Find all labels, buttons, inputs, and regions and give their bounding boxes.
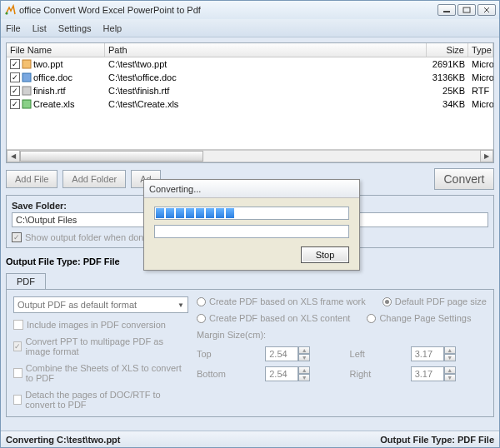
row-checkbox[interactable]: ✓ (10, 72, 20, 82)
title-bar: office Convert Word Excel PowerPoint to … (1, 1, 499, 19)
margin-right-label: Right (350, 369, 402, 379)
col-type[interactable]: Type (468, 43, 493, 57)
progress-chunk (166, 208, 174, 218)
xls-frame-radio[interactable] (197, 297, 206, 306)
margin-left-label: Left (350, 349, 402, 359)
pdf-right-column: Create PDF based on XLS frame work Defau… (197, 296, 487, 410)
scroll-thumb[interactable] (20, 151, 203, 162)
app-icon (4, 4, 16, 16)
margin-size-label: Margin Size(cm): (197, 330, 487, 340)
default-size-radio[interactable] (382, 297, 392, 306)
convert-ppt-label: Convert PPT to multipage PDF as image fo… (25, 336, 188, 356)
row-checkbox[interactable]: ✓ (10, 59, 20, 69)
dialog-body (144, 198, 359, 246)
file-icon (22, 72, 32, 82)
list-row[interactable]: ✓office.doc C:\test\office.doc 3136KB Mi… (7, 71, 493, 84)
margin-bottom-spinner[interactable]: 2.54▲▼ (265, 366, 341, 381)
pdf-tab-panel: Output PDF as default format ▼ Include i… (6, 289, 494, 417)
xls-content-label: Create PDF based on XLS content (209, 313, 350, 323)
status-right: Output File Type: PDF File (380, 435, 494, 445)
menu-settings[interactable]: Settings (58, 23, 92, 33)
row-filename: Create.xls (33, 99, 75, 109)
close-button[interactable] (478, 4, 496, 16)
scroll-left-arrow[interactable]: ◀ (7, 150, 20, 162)
margin-bottom-label: Bottom (197, 369, 257, 379)
col-path[interactable]: Path (105, 43, 427, 57)
svg-rect-7 (22, 87, 31, 95)
file-icon (22, 59, 32, 69)
combine-xls-checkbox[interactable] (13, 368, 22, 378)
svg-point-0 (6, 12, 8, 15)
margins-grid: Top 2.54▲▼ Left 3.17▲▼ Bottom 2.54▲▼ Rig… (197, 346, 487, 381)
select-value: Output PDF as default format (18, 300, 137, 310)
list-body: ✓two.ppt C:\test\two.ppt 2691KB Micro ✓o… (7, 57, 493, 149)
row-path: C:\test\finish.rtf (105, 86, 427, 96)
stop-button[interactable]: Stop (301, 246, 349, 263)
svg-rect-6 (22, 73, 31, 82)
row-size: 25KB (427, 86, 468, 96)
scroll-track[interactable] (20, 150, 480, 162)
list-row[interactable]: ✓two.ppt C:\test\two.ppt 2691KB Micro (7, 57, 493, 71)
tab-pdf[interactable]: PDF (6, 273, 46, 289)
row-filename: office.doc (33, 72, 72, 82)
tab-row: PDF (6, 273, 494, 289)
status-bar: Converting C:\test\two.ppt Output File T… (1, 431, 499, 447)
change-settings-label: Change Page Settings (379, 313, 471, 323)
progress-chunk (196, 208, 204, 218)
convert-button[interactable]: Convert (434, 168, 494, 190)
detach-doc-checkbox[interactable] (13, 395, 22, 405)
col-size[interactable]: Size (427, 43, 468, 57)
row-type: Micro (468, 72, 493, 82)
row-path: C:\test\office.doc (105, 72, 427, 82)
list-row[interactable]: ✓Create.xls C:\test\Create.xls 34KB Micr… (7, 97, 493, 111)
add-folder-button[interactable]: Add Folder (62, 170, 126, 188)
row-checkbox[interactable]: ✓ (10, 99, 20, 109)
xls-content-radio[interactable] (197, 314, 206, 323)
menu-help[interactable]: Help (103, 23, 122, 33)
row-checkbox[interactable]: ✓ (10, 86, 20, 96)
menu-file[interactable]: File (6, 23, 21, 33)
row-filename: finish.rtf (33, 86, 66, 96)
progress-chunk (226, 208, 234, 218)
status-left: Converting C:\test\two.ppt (6, 435, 380, 445)
progress-bar-1 (154, 207, 349, 220)
progress-chunk (216, 208, 224, 218)
change-settings-radio[interactable] (367, 314, 376, 323)
horizontal-scrollbar[interactable]: ◀ ▶ (7, 149, 493, 162)
converting-dialog: Converting... Stop (143, 179, 360, 271)
maximize-button[interactable] (458, 4, 476, 16)
minimize-button[interactable] (438, 4, 456, 16)
convert-ppt-checkbox[interactable]: ✓ (13, 341, 22, 351)
menu-list[interactable]: List (32, 23, 47, 33)
row-path: C:\test\two.ppt (105, 59, 427, 69)
svg-rect-1 (443, 11, 450, 12)
dialog-footer: Stop (144, 246, 359, 270)
row-size: 2691KB (427, 59, 468, 69)
detach-doc-label: Detach the pages of DOC/RTF to convert t… (25, 390, 188, 410)
row-type: Micro (468, 59, 493, 69)
list-row[interactable]: ✓finish.rtf C:\test\finish.rtf 25KB RTF (7, 84, 493, 97)
svg-rect-2 (463, 7, 470, 12)
output-format-select[interactable]: Output PDF as default format ▼ (13, 296, 188, 313)
col-filename[interactable]: File Name (7, 43, 105, 57)
tabs-container: PDF Output PDF as default format ▼ Inclu… (6, 273, 494, 417)
row-type: RTF (468, 86, 493, 96)
row-path: C:\test\Create.xls (105, 99, 427, 109)
default-size-label: Default PDF page size (395, 296, 487, 306)
file-icon (22, 86, 32, 96)
margin-left-spinner[interactable]: 3.17▲▼ (411, 346, 487, 361)
combine-xls-label: Combine the Sheets of XLS to convert to … (26, 363, 188, 383)
row-size: 3136KB (427, 72, 468, 82)
list-header: File Name Path Size Type (7, 43, 493, 57)
margin-right-spinner[interactable]: 3.17▲▼ (411, 366, 487, 381)
file-icon (22, 99, 32, 109)
scroll-right-arrow[interactable]: ▶ (480, 150, 493, 162)
margin-top-label: Top (197, 349, 257, 359)
progress-chunk (176, 208, 184, 218)
include-images-checkbox[interactable] (13, 320, 23, 330)
margin-top-spinner[interactable]: 2.54▲▼ (265, 346, 341, 361)
show-output-checkbox[interactable]: ✓ (12, 232, 22, 242)
svg-rect-5 (22, 60, 31, 68)
chevron-down-icon: ▼ (178, 301, 184, 309)
add-file-button[interactable]: Add File (6, 170, 58, 188)
